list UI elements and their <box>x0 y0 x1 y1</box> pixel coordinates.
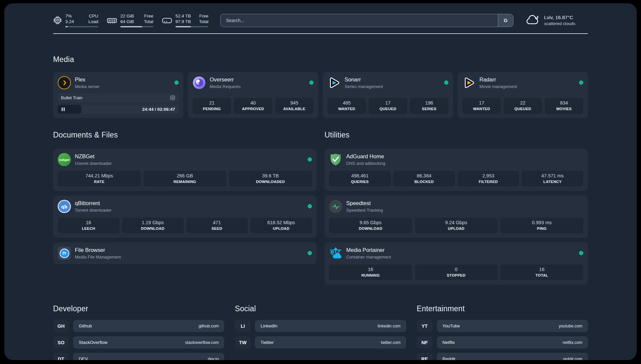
link-row-github[interactable]: GH Github github.com <box>53 320 224 332</box>
link-name: StackOverflow <box>79 340 107 345</box>
section-title-entertainment: Entertainment <box>417 304 588 313</box>
metric-values: 7% 3.24 <box>65 13 74 24</box>
link-name: LinkedIn <box>260 323 277 328</box>
search-input[interactable] <box>221 14 498 27</box>
cpu-metric: 7% 3.24 CPU Load <box>53 13 98 27</box>
link-bar[interactable]: Netflix netflix.com <box>437 336 588 349</box>
app-card-radarr[interactable]: Radarr Movie management 17 WANTED 22 QUE… <box>458 72 588 118</box>
stat-queued: 22 QUEUED <box>504 98 542 114</box>
dev-abbr-icon[interactable]: DT <box>53 353 69 360</box>
twitter-abbr-icon[interactable]: TW <box>235 336 251 349</box>
app-card-adguard[interactable]: AdGuard Home DNS and adblocking 498,461 … <box>324 149 588 191</box>
utilities-column: Utilities AdGuard Home DNS and adblockin… <box>324 118 588 285</box>
metric-values: 22 GiB 64 GiB <box>120 13 134 24</box>
metric-values: 52.4 TB 97.9 TB <box>175 13 191 24</box>
app-card-plex[interactable]: Plex Media server Bullet Train 24:44 / 0… <box>53 72 183 118</box>
metric-value: 3.24 <box>65 19 74 24</box>
link-row-dev[interactable]: DT DEV dev.to <box>53 353 224 360</box>
links-column-entertainment: Entertainment YT YouTube youtube.com NF … <box>417 304 588 360</box>
link-domain: github.com <box>198 324 219 328</box>
radarr-icon <box>462 76 475 89</box>
cloud-icon <box>525 14 540 27</box>
link-row-youtube[interactable]: YT YouTube youtube.com <box>417 320 588 332</box>
weather-text: Lviv, 16.87°C scattered clouds <box>544 15 575 26</box>
overseerr-icon <box>193 76 206 89</box>
app-card-nzbget[interactable]: nzbget NZBGet Usenet downloader 744.21 M… <box>53 149 317 191</box>
section-title-documents: Documents & Files <box>53 131 317 139</box>
speedtest-icon <box>329 200 342 213</box>
youtube-abbr-icon[interactable]: YT <box>417 320 433 332</box>
app-card-overseerr[interactable]: Overseerr Media Requests 21 PENDING 40 A… <box>188 72 318 118</box>
link-row-linkedin[interactable]: LI LinkedIn linkedin.com <box>235 320 406 332</box>
metric-value: 22 GiB <box>120 13 134 19</box>
link-bar[interactable]: DEV dev.to <box>73 353 224 360</box>
playback-progress-bar: 24:44 / 02:06:47 <box>58 105 179 114</box>
stat-blocked: 86,384 BLOCKED <box>393 171 455 187</box>
now-playing-row: Bullet Train <box>58 93 179 102</box>
github-abbr-icon[interactable]: GH <box>53 320 69 332</box>
app-name: File Browser <box>75 247 121 253</box>
link-row-reddit[interactable]: RE Reddit reddit.com <box>417 353 588 360</box>
memory-progress-bar <box>120 26 153 27</box>
weather-location-temp: Lviv, 16.87°C <box>544 15 575 20</box>
stat-movies: 834 MOVIES <box>545 98 583 114</box>
link-row-netflix[interactable]: NF Netflix netflix.com <box>417 336 588 349</box>
status-online-dot <box>309 80 314 85</box>
link-name: Twitter <box>260 340 274 345</box>
pause-icon[interactable] <box>62 107 65 111</box>
linkedin-abbr-icon[interactable]: LI <box>235 320 251 332</box>
link-bar[interactable]: StackOverflow stackoverflow.com <box>73 336 224 349</box>
stat-download: 1.19 Gbps DOWNLOAD <box>122 218 184 233</box>
link-domain: linkedin.com <box>378 324 400 328</box>
metric-label: Total <box>144 19 153 24</box>
link-domain: dev.to <box>208 357 219 360</box>
app-card-sonarr[interactable]: Sonarr Series management 485 WANTED 17 Q… <box>323 72 453 118</box>
app-name: Media Portainer <box>346 247 391 253</box>
stat-latency: 47.571 ms LATENCY <box>522 171 583 187</box>
link-name: Github <box>79 323 92 328</box>
link-bar[interactable]: Twitter twitter.com <box>255 336 406 349</box>
app-card-portainer[interactable]: Media Portainer Container management 16 … <box>324 242 588 285</box>
stat-download: 9.65 Gbps DOWNLOAD <box>329 218 412 233</box>
stat-filtered: 2,953 FILTERED <box>458 171 519 187</box>
status-online-dot <box>579 251 583 255</box>
stackoverflow-abbr-icon[interactable]: SO <box>53 336 69 349</box>
link-row-stackoverflow[interactable]: SO StackOverflow stackoverflow.com <box>53 336 224 349</box>
adguard-icon <box>329 153 342 166</box>
link-bar[interactable]: Github github.com <box>73 320 224 332</box>
metric-label: CPU <box>88 13 98 19</box>
stat-wanted: 17 WANTED <box>462 98 501 114</box>
metric-labels: Free Total <box>144 13 153 24</box>
filebrowser-icon <box>58 247 71 260</box>
stat-upload: 9.24 Gbps UPLOAD <box>415 218 498 233</box>
app-subtitle: Movie management <box>479 84 517 89</box>
app-subtitle: DNS and adblocking <box>346 161 385 166</box>
app-name: Speedtest <box>346 200 383 206</box>
app-subtitle: Container management <box>346 255 391 259</box>
stat-downloaded: 39.6 TB DOWNLOADED <box>229 171 312 187</box>
app-name: Sonarr <box>345 76 383 83</box>
qbittorrent-icon: qb <box>58 200 71 213</box>
now-playing-title: Bullet Train <box>61 95 82 100</box>
search-bar[interactable]: G <box>220 14 513 27</box>
link-bar[interactable]: LinkedIn linkedin.com <box>255 320 406 332</box>
stat-rate: 744.21 Mbps RATE <box>58 171 141 187</box>
link-bar[interactable]: YouTube youtube.com <box>437 320 588 332</box>
google-search-button[interactable]: G <box>498 14 513 27</box>
link-name: Netflix <box>443 340 455 345</box>
app-card-qbittorrent[interactable]: qb qBittorrent Torrent downloader 16 LEE… <box>53 196 317 238</box>
netflix-abbr-icon[interactable]: NF <box>417 336 433 349</box>
link-bar[interactable]: Reddit reddit.com <box>437 353 588 360</box>
app-name: qBittorrent <box>75 200 111 206</box>
link-name: Reddit <box>443 356 455 360</box>
reddit-abbr-icon[interactable]: RE <box>417 353 433 360</box>
link-name: YouTube <box>443 323 460 328</box>
app-card-filebrowser[interactable]: File Browser Media File Management <box>53 242 317 264</box>
header-divider <box>53 33 588 34</box>
app-subtitle: Torrent downloader <box>75 208 111 213</box>
stat-ping: 0.993 ms PING <box>500 218 583 233</box>
app-card-speedtest[interactable]: Speedtest Speedtest Tracking 9.65 Gbps D… <box>324 196 588 238</box>
app-subtitle: Media File Management <box>75 255 121 259</box>
memory-metric: 22 GiB 64 GiB Free Total <box>107 13 153 27</box>
link-row-twitter[interactable]: TW Twitter twitter.com <box>235 336 406 349</box>
